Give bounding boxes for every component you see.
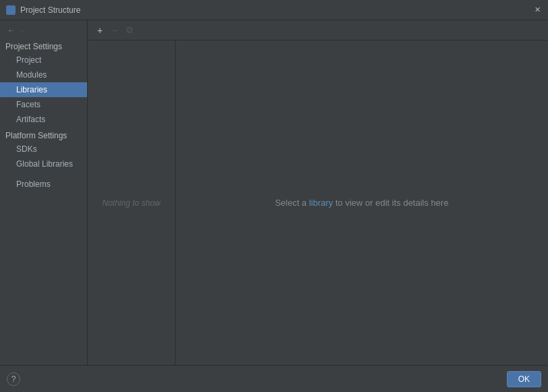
library-list-panel: Nothing to show (88, 40, 175, 365)
forward-button[interactable]: → (17, 26, 28, 34)
remove-button[interactable]: − (108, 24, 121, 37)
sidebar-item-problems-label: Problems (16, 179, 51, 189)
sidebar-item-facets-label: Facets (16, 100, 40, 109)
nav-row: ← → (0, 23, 87, 38)
help-button[interactable]: ? (7, 372, 20, 386)
ok-button[interactable]: OK (507, 371, 541, 387)
toolbar: + − ⧉ (88, 20, 548, 40)
window-controls: ✕ (532, 5, 543, 16)
sidebar-item-global-libraries-label: Global Libraries (16, 159, 73, 169)
copy-button[interactable]: ⧉ (123, 24, 136, 37)
add-button[interactable]: + (93, 24, 107, 37)
title-bar: Project Structure ✕ (0, 0, 548, 20)
window-title: Project Structure (20, 5, 532, 15)
main-container: ← → Project Settings Project Modules Lib… (0, 20, 548, 365)
sidebar-item-project-label: Project (16, 55, 41, 65)
sidebar-item-libraries[interactable]: Libraries (0, 82, 87, 97)
sidebar-item-artifacts-label: Artifacts (16, 115, 45, 124)
sidebar-item-facets[interactable]: Facets (0, 97, 87, 112)
sidebar-item-libraries-label: Libraries (16, 85, 47, 94)
close-button[interactable]: ✕ (532, 5, 543, 16)
select-hint: Select a library to view or edit its det… (275, 198, 448, 208)
library-link[interactable]: library (309, 198, 333, 208)
right-panel: + − ⧉ Nothing to show Select a library t… (88, 20, 548, 365)
library-detail-panel: Select a library to view or edit its det… (175, 40, 548, 365)
platform-settings-section-label: Platform Settings (0, 127, 87, 142)
panels-container: Nothing to show Select a library to view… (88, 40, 548, 365)
sidebar-item-sdks[interactable]: SDKs (0, 142, 87, 157)
bottom-bar: ? OK (0, 365, 548, 392)
sidebar: ← → Project Settings Project Modules Lib… (0, 20, 88, 365)
back-button[interactable]: ← (5, 26, 17, 34)
sidebar-item-problems[interactable]: Problems (0, 177, 87, 192)
app-icon (5, 5, 16, 16)
sidebar-item-global-libraries[interactable]: Global Libraries (0, 157, 87, 171)
sidebar-item-project[interactable]: Project (0, 53, 87, 67)
nothing-to-show-text: Nothing to show (102, 198, 160, 208)
sidebar-item-modules-label: Modules (16, 70, 47, 80)
sidebar-item-sdks-label: SDKs (16, 144, 37, 154)
sidebar-item-modules[interactable]: Modules (0, 67, 87, 82)
project-settings-section-label: Project Settings (0, 38, 87, 53)
sidebar-item-artifacts[interactable]: Artifacts (0, 112, 87, 127)
